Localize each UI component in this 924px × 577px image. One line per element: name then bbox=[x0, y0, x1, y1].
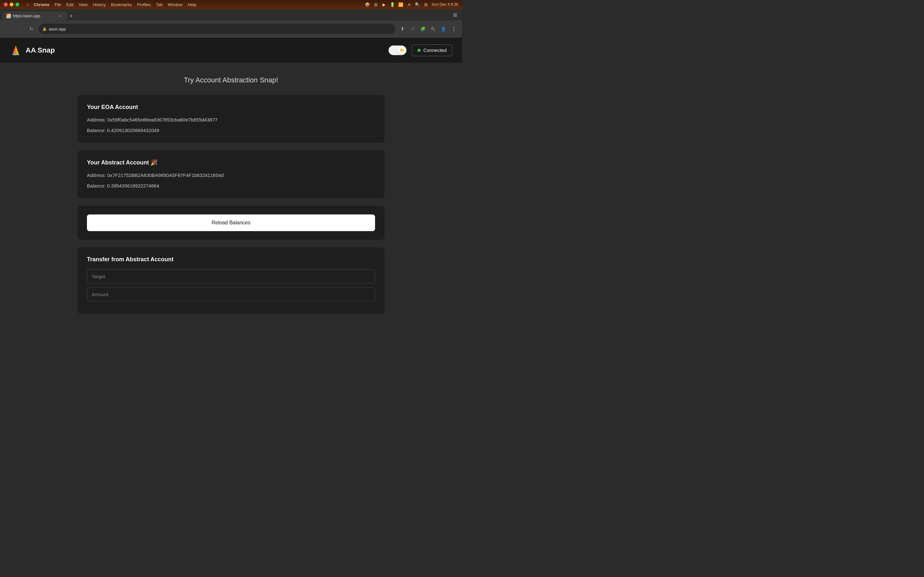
tab-menu[interactable]: Tab bbox=[156, 2, 163, 7]
back-button[interactable]: ← bbox=[4, 24, 13, 33]
help-menu[interactable]: Help bbox=[188, 2, 196, 7]
theme-toggle[interactable]: ☀️ bbox=[389, 45, 407, 55]
abstract-balance-label: Balance: bbox=[87, 183, 105, 189]
abstract-address-label: Address: bbox=[87, 172, 106, 178]
close-window-button[interactable] bbox=[4, 3, 8, 6]
reload-balances-button[interactable]: Reload Balances bbox=[87, 214, 375, 231]
browser-menu-button[interactable]: ⋮ bbox=[449, 24, 458, 33]
url-display: aasn.app bbox=[49, 27, 66, 31]
bookmarks-menu[interactable]: Bookmarks bbox=[111, 2, 132, 7]
security-lock-icon: 🔒 bbox=[42, 27, 47, 31]
address-bar: ← → ↻ 🔒 aasn.app ⬆ ☆ 🧩 🔌 👤 ⋮ bbox=[0, 21, 462, 37]
wifi-icon: 📶 bbox=[398, 2, 403, 7]
app-header: AA Snap ☀️ Connected bbox=[0, 37, 462, 63]
a-icon: A bbox=[407, 2, 412, 7]
page-title: Try Account Abstraction Snap! bbox=[77, 76, 385, 84]
search-icon[interactable]: 🔍 bbox=[415, 2, 420, 7]
eoa-account-card: Your EOA Account Address: 0x59f0abc5465e… bbox=[77, 95, 385, 143]
profile-button[interactable]: 👤 bbox=[439, 24, 448, 33]
eoa-address-row: Address: 0x59f0abc5465e86ea8367853cba60e… bbox=[87, 116, 375, 124]
abstract-account-card: Your Abstract Account 🎉 Address: 0x7F217… bbox=[77, 150, 385, 199]
abstract-balance-row: Balance: 0.395435618922274664 bbox=[87, 182, 375, 190]
titlebar-menu:  Chrome File Edit View History Bookmark… bbox=[27, 2, 196, 7]
edit-menu[interactable]: Edit bbox=[66, 2, 73, 7]
battery-icon: 🔋 bbox=[390, 2, 395, 7]
window-controls bbox=[4, 3, 19, 6]
transfer-target-input[interactable] bbox=[87, 269, 375, 284]
extension-icon-1[interactable]: 🧩 bbox=[418, 24, 427, 33]
transfer-card-title: Transfer from Abstract Account bbox=[87, 256, 375, 263]
tab-favicon bbox=[6, 14, 11, 18]
reload-balances-card: Reload Balances bbox=[77, 205, 385, 240]
connected-label: Connected bbox=[423, 47, 447, 53]
control-icon: ⊞ bbox=[423, 2, 428, 7]
sidebar-toggle-button[interactable]: ⊞ bbox=[451, 10, 459, 19]
tab-close-button[interactable]: ✕ bbox=[58, 13, 63, 19]
app-logo-icon bbox=[10, 44, 22, 56]
app-logo: AA Snap bbox=[10, 44, 55, 56]
browser-chrome: https://aasn.app ✕ + ⊞ ← → ↻ 🔒 aasn.app … bbox=[0, 9, 462, 37]
eoa-address-label: Address: bbox=[87, 117, 106, 122]
address-input[interactable]: 🔒 aasn.app bbox=[39, 24, 395, 34]
app-name: AA Snap bbox=[26, 46, 55, 55]
minimize-window-button[interactable] bbox=[10, 3, 13, 6]
abstract-card-title: Your Abstract Account 🎉 bbox=[87, 159, 375, 166]
screenshot-icon: ⊞ bbox=[373, 2, 378, 7]
reload-page-button[interactable]: ↻ bbox=[27, 24, 36, 33]
abstract-address-row: Address: 0x7F21752BB2A830BA9850A5F87F4F1… bbox=[87, 172, 375, 179]
chrome-menu[interactable]: Chrome bbox=[34, 2, 49, 7]
eoa-balance-row: Balance: 0.420913020669432049 bbox=[87, 127, 375, 134]
tab-bar: https://aasn.app ✕ + ⊞ bbox=[0, 9, 462, 21]
abstract-address-value: 0x7F21752BB2A830BA9850A5F87F4F1b83241165… bbox=[107, 172, 224, 178]
history-menu[interactable]: History bbox=[93, 2, 105, 7]
browser-toolbar-right: ⬆ ☆ 🧩 🔌 👤 ⋮ bbox=[398, 24, 458, 33]
transfer-card: Transfer from Abstract Account bbox=[77, 247, 385, 314]
profiles-menu[interactable]: Profiles bbox=[137, 2, 151, 7]
new-tab-button[interactable]: + bbox=[67, 11, 76, 21]
apple-menu[interactable]:  bbox=[27, 2, 29, 7]
transfer-amount-input[interactable] bbox=[87, 287, 375, 301]
eoa-balance-label: Balance: bbox=[87, 127, 105, 133]
eoa-address-value: 0x59f0abc5465e86ea8367853cba60e7b855d438… bbox=[107, 117, 218, 122]
window-menu[interactable]: Window bbox=[168, 2, 183, 7]
connected-button[interactable]: Connected bbox=[412, 44, 452, 56]
tab-title: https://aasn.app bbox=[13, 14, 56, 18]
main-content: AA Snap ☀️ Connected Try Account Abstrac… bbox=[0, 37, 462, 334]
share-button[interactable]: ⬆ bbox=[398, 24, 407, 33]
eoa-balance-value: 0.420913020669432049 bbox=[107, 127, 160, 133]
page-content: Try Account Abstraction Snap! Your EOA A… bbox=[71, 63, 391, 334]
forward-button[interactable]: → bbox=[15, 24, 24, 33]
maximize-window-button[interactable] bbox=[15, 3, 19, 6]
dropbox-icon: 📦 bbox=[365, 2, 370, 7]
system-time: Sun Dec 4 8:36 bbox=[431, 2, 458, 7]
file-menu[interactable]: File bbox=[55, 2, 61, 7]
theme-icon: ☀️ bbox=[399, 48, 404, 53]
theme-toggle-thumb: ☀️ bbox=[398, 47, 405, 54]
connected-status-dot bbox=[417, 49, 421, 52]
header-right: ☀️ Connected bbox=[389, 44, 452, 56]
bookmark-button[interactable]: ☆ bbox=[408, 24, 417, 33]
view-menu[interactable]: View bbox=[79, 2, 87, 7]
eoa-card-title: Your EOA Account bbox=[87, 104, 375, 111]
abstract-balance-value: 0.395435618922274664 bbox=[107, 183, 160, 189]
titlebar-right: 📦 ⊞ ▶ 🔋 📶 A 🔍 ⊞ Sun Dec 4 8:36 bbox=[365, 2, 458, 7]
active-tab[interactable]: https://aasn.app ✕ bbox=[3, 11, 67, 21]
titlebar:  Chrome File Edit View History Bookmark… bbox=[0, 0, 462, 9]
media-icon: ▶ bbox=[381, 2, 387, 7]
extensions-button[interactable]: 🔌 bbox=[429, 24, 438, 33]
